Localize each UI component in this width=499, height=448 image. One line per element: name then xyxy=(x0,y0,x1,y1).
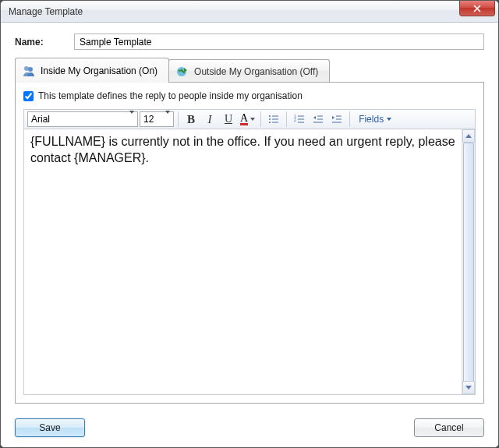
editor-wrap: {FULLNAME} is currently not in the offic… xyxy=(23,129,476,395)
arrow-up-icon xyxy=(465,134,472,138)
svg-point-0 xyxy=(24,66,29,71)
close-button[interactable] xyxy=(459,1,495,16)
outdent-icon xyxy=(313,114,324,125)
chevron-down-icon xyxy=(129,111,134,125)
font-size-select[interactable]: 12 xyxy=(140,111,174,127)
arrow-down-icon xyxy=(465,386,472,390)
titlebar[interactable]: Manage Template xyxy=(1,1,498,23)
tab-outside-organisation[interactable]: Outside My Organisation (Off) xyxy=(168,59,330,83)
fields-button[interactable]: Fields xyxy=(354,111,396,128)
font-color-button[interactable]: A xyxy=(239,111,257,128)
name-row: Name: xyxy=(15,34,484,50)
bold-button[interactable]: B xyxy=(182,111,200,128)
chevron-down-icon xyxy=(165,111,170,125)
size-value: 12 xyxy=(143,114,154,125)
name-input[interactable] xyxy=(74,34,484,50)
scroll-thumb[interactable] xyxy=(463,143,474,384)
separator xyxy=(260,111,261,127)
numbered-list-icon: 12 xyxy=(294,114,305,125)
save-button[interactable]: Save xyxy=(15,418,85,437)
tab-inside-organisation[interactable]: Inside My Organisation (On) xyxy=(15,58,169,83)
vertical-scrollbar[interactable] xyxy=(462,129,475,394)
font-select[interactable]: Arial xyxy=(27,111,138,127)
globe-arrow-icon xyxy=(175,65,189,79)
svg-point-5 xyxy=(269,122,271,123)
tab-strip: Inside My Organisation (On) Outside My O… xyxy=(15,58,484,83)
underline-button[interactable]: U xyxy=(220,111,237,128)
indent-button[interactable] xyxy=(328,111,345,128)
svg-text:2: 2 xyxy=(294,118,296,122)
separator xyxy=(178,111,179,127)
font-color-icon: A xyxy=(240,114,248,125)
content-area: Name: Inside My Organisation (On) Outsid… xyxy=(1,23,498,411)
tab-panel: This template defines the reply to peopl… xyxy=(15,82,484,404)
separator xyxy=(286,111,287,127)
font-value: Arial xyxy=(31,114,50,125)
name-label: Name: xyxy=(15,37,63,48)
dialog-window: Manage Template Name: Inside My Organisa… xyxy=(0,0,499,448)
close-icon xyxy=(473,5,481,12)
outdent-button[interactable] xyxy=(310,111,327,128)
indent-icon xyxy=(331,114,342,125)
scroll-up-button[interactable] xyxy=(462,129,475,143)
checkbox-label: This template defines the reply to peopl… xyxy=(38,90,303,101)
tab-label: Inside My Organisation (On) xyxy=(41,65,157,76)
separator xyxy=(349,111,350,127)
editor-toolbar: Arial 12 B I U A xyxy=(23,109,476,129)
svg-point-1 xyxy=(28,67,33,72)
fields-label: Fields xyxy=(359,114,384,125)
bullet-list-button[interactable] xyxy=(265,111,282,128)
numbered-list-button[interactable]: 12 xyxy=(291,111,308,128)
italic-button[interactable]: I xyxy=(201,111,218,128)
scroll-down-button[interactable] xyxy=(462,381,475,394)
svg-point-3 xyxy=(269,115,271,117)
dialog-footer: Save Cancel xyxy=(1,411,498,447)
checkbox-row: This template defines the reply to peopl… xyxy=(23,90,476,101)
people-icon xyxy=(22,64,36,78)
bullet-list-icon xyxy=(268,114,279,125)
chevron-down-icon xyxy=(250,118,255,121)
tab-label: Outside My Organisation (Off) xyxy=(194,66,318,77)
defines-reply-checkbox[interactable] xyxy=(23,91,34,101)
window-title: Manage Template xyxy=(9,6,83,17)
cancel-button[interactable]: Cancel xyxy=(414,418,484,437)
editor-textarea[interactable]: {FULLNAME} is currently not in the offic… xyxy=(24,129,462,394)
chevron-down-icon xyxy=(387,118,391,121)
svg-point-4 xyxy=(269,118,271,120)
